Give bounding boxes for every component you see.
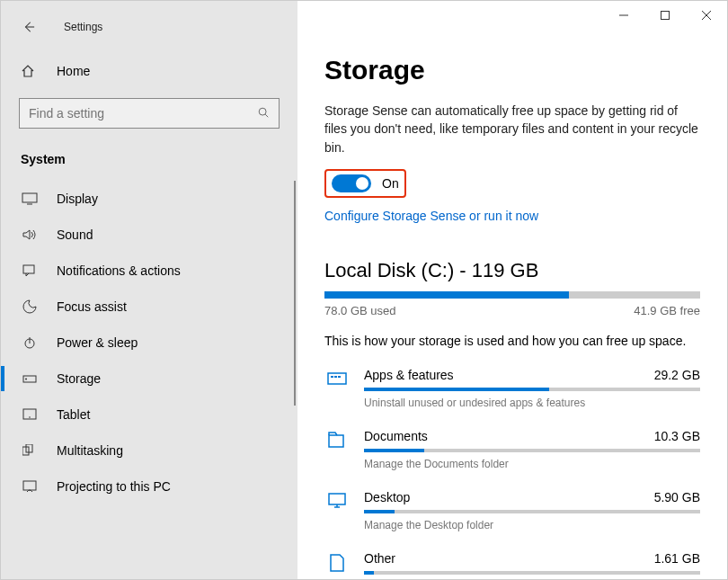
section-header-system: System — [1, 143, 297, 181]
nav-label: Tablet — [57, 407, 90, 422]
category-name: Documents — [364, 429, 428, 443]
desktop-icon — [324, 492, 350, 508]
documents-icon — [324, 431, 350, 449]
apps-icon — [324, 370, 350, 386]
nav-label: Sound — [57, 228, 93, 242]
category-size: 29.2 GB — [654, 368, 700, 382]
toggle-state-label: On — [382, 176, 399, 191]
page-title: Storage — [324, 55, 700, 85]
sidebar-item-multitasking[interactable]: Multitasking — [1, 433, 297, 468]
svg-rect-16 — [661, 12, 670, 20]
window-title: Settings — [64, 21, 102, 33]
search-input[interactable] — [19, 98, 280, 129]
tablet-icon — [21, 408, 39, 421]
disk-title: Local Disk (C:) - 119 GB — [324, 259, 700, 282]
svg-line-2 — [265, 114, 268, 117]
category-documents[interactable]: Documents10.3 GB Manage the Documents fo… — [324, 429, 700, 470]
svg-rect-20 — [331, 376, 333, 378]
sidebar-item-sound[interactable]: Sound — [1, 217, 297, 253]
back-button[interactable] — [21, 19, 37, 35]
notifications-icon — [21, 264, 39, 277]
maximize-button[interactable] — [644, 1, 686, 30]
category-other[interactable]: Other1.61 GB — [324, 551, 700, 579]
sidebar-item-storage[interactable]: Storage — [1, 361, 297, 397]
storage-icon — [21, 373, 39, 384]
nav-label: Multitasking — [57, 443, 123, 458]
nav-label: Storage — [57, 371, 101, 386]
svg-point-1 — [259, 108, 266, 115]
other-icon — [324, 553, 350, 573]
sidebar-scrollbar[interactable] — [294, 181, 296, 406]
category-hint: Manage the Documents folder — [364, 458, 700, 470]
sound-icon — [21, 228, 39, 241]
multitasking-icon — [21, 444, 39, 457]
svg-rect-23 — [329, 435, 343, 447]
nav-list: Display Sound Notifications & actions Fo… — [1, 181, 297, 504]
minimize-button[interactable] — [603, 1, 644, 30]
close-button[interactable] — [686, 1, 727, 30]
sidebar-item-display[interactable]: Display — [1, 181, 297, 217]
disk-usage-bar — [324, 291, 700, 299]
category-hint: Uninstall unused or undesired apps & fea… — [364, 397, 700, 409]
configure-storage-sense-link[interactable]: Configure Storage Sense or run it now — [324, 209, 538, 223]
storage-breakdown-description: This is how your storage is used and how… — [324, 334, 700, 348]
sidebar-item-focus-assist[interactable]: Focus assist — [1, 289, 297, 325]
svg-rect-5 — [23, 265, 34, 273]
category-name: Other — [364, 551, 395, 566]
sidebar: Settings Home System Display — [1, 1, 297, 579]
nav-label: Power & sleep — [57, 335, 138, 350]
main-panel: Storage Storage Sense can automatically … — [297, 1, 727, 579]
home-icon — [21, 64, 39, 78]
search-icon — [257, 106, 270, 121]
category-size: 10.3 GB — [654, 429, 700, 443]
display-icon — [21, 192, 39, 205]
nav-label: Focus assist — [57, 299, 127, 314]
svg-rect-3 — [22, 193, 37, 202]
svg-point-11 — [29, 416, 31, 418]
nav-label: Display — [57, 192, 98, 206]
svg-rect-22 — [338, 376, 341, 378]
disk-usage-fill — [324, 291, 569, 299]
storage-sense-toggle[interactable] — [332, 174, 371, 192]
svg-rect-24 — [329, 494, 345, 504]
projecting-icon — [21, 480, 39, 493]
focus-assist-icon — [21, 299, 39, 314]
sidebar-item-notifications[interactable]: Notifications & actions — [1, 253, 297, 289]
category-size: 1.61 GB — [654, 551, 700, 566]
category-desktop[interactable]: Desktop5.90 GB Manage the Desktop folder — [324, 490, 700, 531]
sidebar-item-tablet[interactable]: Tablet — [1, 397, 297, 433]
category-name: Apps & features — [364, 368, 454, 382]
svg-rect-19 — [328, 373, 346, 384]
sidebar-item-projecting[interactable]: Projecting to this PC — [1, 468, 297, 504]
disk-used-label: 78.0 GB used — [324, 304, 396, 317]
category-hint: Manage the Desktop folder — [364, 519, 700, 531]
category-size: 5.90 GB — [654, 490, 700, 504]
disk-free-label: 41.9 GB free — [634, 304, 700, 317]
home-nav[interactable]: Home — [1, 53, 297, 89]
nav-label: Projecting to this PC — [57, 479, 171, 494]
storage-sense-description: Storage Sense can automatically free up … — [324, 102, 700, 156]
svg-point-9 — [25, 379, 27, 380]
category-name: Desktop — [364, 490, 410, 504]
category-apps-features[interactable]: Apps & features29.2 GB Uninstall unused … — [324, 368, 700, 409]
search-field[interactable] — [29, 106, 245, 120]
nav-label: Notifications & actions — [57, 263, 181, 278]
storage-sense-toggle-highlight: On — [324, 169, 406, 198]
power-icon — [21, 335, 39, 350]
sidebar-item-power-sleep[interactable]: Power & sleep — [1, 325, 297, 361]
svg-rect-21 — [334, 376, 337, 378]
home-label: Home — [57, 64, 90, 78]
svg-rect-14 — [23, 481, 36, 490]
